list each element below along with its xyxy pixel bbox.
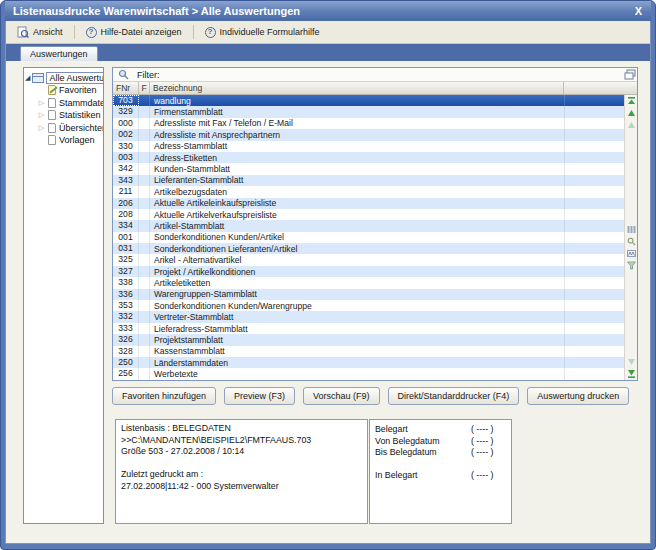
close-icon[interactable]: X (632, 5, 645, 17)
col-header-extra[interactable] (564, 82, 637, 94)
info-line: Listenbasis : BELEGDATEN (121, 423, 362, 435)
row-bezeichnung: Werbetexte (150, 369, 564, 379)
table-row[interactable]: 326 Projektstammblatt (113, 334, 624, 345)
tree-item[interactable]: Stammdaten (38, 97, 102, 110)
row-f (139, 118, 150, 129)
row-fnr: 353 (113, 300, 139, 311)
action-button[interactable]: Preview (F3) (224, 387, 295, 405)
tree-item[interactable]: Vorlagen (38, 134, 102, 147)
filter-row[interactable]: Filter: (113, 68, 637, 82)
row-fnr: 256 (113, 368, 139, 379)
table-header: FNr F Bezeichnung (113, 82, 637, 95)
col-header-fnr[interactable]: FNr (113, 82, 139, 94)
row-bezeichnung: Kunden-Stammblatt (150, 164, 564, 174)
info-line: >>C:\MANDANTEN\BEISPIEL2\FMTFAAUS.703 (121, 435, 362, 447)
tree-expander-icon[interactable] (38, 99, 45, 107)
row-fnr: 327 (113, 266, 139, 277)
row-extra (564, 163, 624, 174)
scroll-page-down-icon[interactable] (627, 357, 636, 366)
page-icon (48, 98, 56, 108)
table-row[interactable]: 206 Aktuelle Artikeleinkaufspreisliste (113, 198, 624, 209)
row-bezeichnung: Sonderkonditionen Kunden/Artikel (150, 232, 564, 242)
row-bezeichnung: Firmenstammblatt (150, 107, 564, 117)
action-button[interactable]: Vorschau (F9) (303, 387, 380, 405)
ansicht-button[interactable]: Ansicht (10, 23, 70, 41)
scroll-up-icon[interactable] (627, 109, 636, 118)
table-row[interactable]: 330 Adress-Stammblatt (113, 141, 624, 152)
table-row[interactable]: 343 Lieferanten-Stammblatt (113, 175, 624, 186)
filter-funnel-icon[interactable] (627, 261, 636, 270)
scroll-page-up-icon[interactable] (627, 121, 636, 130)
row-f (139, 141, 150, 152)
table-row[interactable]: 250 Länderstammdaten (113, 357, 624, 368)
row-extra (564, 243, 624, 254)
toolbar-separator (193, 25, 194, 39)
row-extra (564, 300, 624, 311)
row-bezeichnung: Artikeletiketten (150, 278, 564, 288)
row-extra (564, 198, 624, 209)
row-f (139, 357, 150, 368)
table-row[interactable]: 001 Sonderkonditionen Kunden/Artikel (113, 232, 624, 243)
form-help-button[interactable]: ? Individuelle Formularhilfe (198, 24, 327, 41)
table-row[interactable]: 334 Artikel-Stammblatt (113, 220, 624, 231)
help-file-button[interactable]: ? Hilfe-Datei anzeigen (79, 24, 189, 41)
app-window: Listenausdrucke Warenwirtschaft > Alle A… (0, 0, 656, 550)
table-row[interactable]: 003 Adress-Etiketten (113, 152, 624, 163)
action-button[interactable]: Direkt/Standarddrucker (F4) (388, 387, 520, 405)
table-row[interactable]: 329 Firmenstammblatt (113, 106, 624, 117)
tree-item-label: Favoriten (59, 85, 97, 95)
row-f (139, 323, 150, 334)
scroll-to-top-icon[interactable] (627, 97, 636, 106)
table-row[interactable]: 338 Artikeletiketten (113, 277, 624, 288)
tree-expander-icon[interactable] (38, 111, 45, 119)
table-row[interactable]: 256 Werbetexte (113, 368, 624, 379)
row-bezeichnung: Projekt / Artikelkonditionen (150, 267, 564, 277)
col-header-f[interactable]: F (139, 82, 150, 94)
table-row[interactable]: 353 Sonderkonditionen Kunden/Warengruppe (113, 300, 624, 311)
tree-expander-icon[interactable] (25, 74, 30, 82)
multiselect-icon[interactable] (627, 249, 636, 258)
row-f (139, 243, 150, 254)
tree-expander-icon[interactable] (38, 124, 45, 132)
tab-auswertungen[interactable]: Auswertungen (20, 46, 98, 61)
table-row[interactable]: 031 Sonderkonditionen Lieferanten/Artike… (113, 243, 624, 254)
param-value: ( ---- ) (471, 447, 506, 459)
table-row[interactable]: 342 Kunden-Stammblatt (113, 163, 624, 174)
table-row[interactable]: 333 Lieferadress-Stammblatt (113, 323, 624, 334)
row-bezeichnung: Adressliste mit Fax / Telefon / E-Mail (150, 118, 564, 128)
page-icon (48, 123, 56, 133)
row-f (139, 289, 150, 300)
table-row[interactable]: 327 Projekt / Artikelkonditionen (113, 266, 624, 277)
tree-item-label: Übersichten (59, 123, 104, 133)
param-label: In Belegart (375, 470, 471, 482)
tree-root-alle-auswertungen[interactable]: Alle Auswertungen (25, 71, 102, 84)
table-row[interactable]: 211 Artikelbezugsdaten (113, 186, 624, 197)
tree-item[interactable]: Favoriten (38, 84, 102, 97)
row-extra (564, 152, 624, 163)
action-button[interactable]: Auswertung drucken (527, 387, 629, 405)
table-row[interactable]: 328 Kassenstammblatt (113, 346, 624, 357)
row-fnr: 002 (113, 129, 139, 140)
info-line: 27.02.2008|11:42 - 000 Systemverwalter (121, 481, 362, 493)
row-f (139, 277, 150, 288)
search-icon[interactable] (627, 237, 636, 246)
table-row[interactable]: 332 Vertreter-Stammblatt (113, 311, 624, 322)
row-f (139, 106, 150, 117)
col-header-bezeichnung[interactable]: Bezeichnung (150, 82, 564, 94)
tree-item[interactable]: Statistiken (38, 109, 102, 122)
columns-icon[interactable] (627, 225, 636, 234)
table-row[interactable]: 000 Adressliste mit Fax / Telefon / E-Ma… (113, 118, 624, 129)
tree-item[interactable]: Übersichten (38, 122, 102, 135)
table-row[interactable]: 208 Aktuelle Artikelverkaufspreisliste (113, 209, 624, 220)
scroll-to-bottom-icon[interactable] (627, 369, 636, 378)
table-row[interactable]: 002 Adressliste mit Ansprechpartnern (113, 129, 624, 140)
param-value: ( ---- ) (471, 436, 506, 448)
table-row[interactable]: 325 Arikel - Alternativartikel (113, 254, 624, 265)
tree-root-label: Alle Auswertungen (46, 72, 104, 84)
action-button[interactable]: Favoriten hinzufügen (112, 387, 216, 405)
table-row[interactable]: 703 wandlung (113, 95, 624, 106)
row-f (139, 209, 150, 220)
toolbar-separator (74, 25, 75, 39)
table-row[interactable]: 336 Warengruppen-Stammblatt (113, 289, 624, 300)
column-chooser-icon[interactable] (624, 69, 636, 80)
